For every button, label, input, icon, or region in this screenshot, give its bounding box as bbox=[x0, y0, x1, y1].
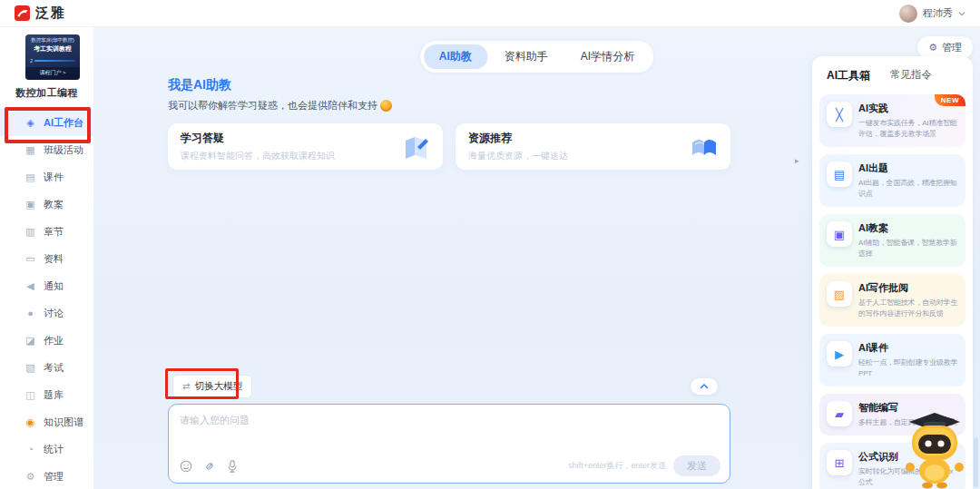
sidebar-item-class-activity[interactable]: ▦ 班级活动 bbox=[0, 136, 93, 163]
microphone-icon[interactable] bbox=[227, 460, 238, 473]
sidebar-item-label: 章节 bbox=[44, 225, 64, 239]
gear-icon: ⚙ bbox=[928, 43, 937, 53]
tool-ai-lesson-plan[interactable]: ▣ AI教案 AI辅助，智能备课，智慧教学新选择 bbox=[819, 214, 965, 267]
composer-cluster: ⇄ 切换大模型 bbox=[168, 375, 730, 484]
ai-lesson-plan-icon: ▣ bbox=[827, 221, 852, 247]
manage-icon: ⚙ bbox=[24, 472, 36, 482]
tab-ai-toolbox[interactable]: AI工具箱 bbox=[827, 68, 870, 83]
sidebar-item-knowledge-graph[interactable]: ◉ 知识图谱 bbox=[0, 408, 93, 435]
tool-body: AI写作批阅 基于人工智能技术，自动对学生的写作内容进行评分和反馈 bbox=[858, 281, 959, 319]
sidebar-item-notice[interactable]: ◀ 通知 bbox=[0, 272, 93, 299]
sidebar-item-label: 统计 bbox=[44, 443, 64, 456]
tool-body: AI出题 AI出题，全面高效，精准把握知识点 bbox=[858, 161, 959, 200]
tool-title: AI课件 bbox=[858, 341, 959, 355]
question-input[interactable] bbox=[180, 414, 719, 455]
sidebar-item-manage[interactable]: ⚙ 管理 bbox=[0, 463, 93, 489]
card-desc: 课程资料智能问答，高效获取课程知识 bbox=[181, 150, 335, 162]
tool-ai-question[interactable]: ▤ AI出题 AI出题，全面高效，精准把握知识点 bbox=[819, 154, 965, 207]
sidebar-item-exam[interactable]: ▧ 考试 bbox=[0, 354, 93, 381]
tool-title: AI写作批阅 bbox=[858, 281, 959, 295]
smart-writing-icon: ▰ bbox=[827, 401, 852, 426]
formula-recognition-icon: ⊞ bbox=[827, 450, 852, 475]
send-button[interactable]: 发送 bbox=[673, 455, 720, 476]
topbar: 泛雅 程沛秀 bbox=[0, 0, 980, 27]
composer-icons bbox=[180, 460, 238, 473]
statistics-icon: ◔ bbox=[24, 445, 36, 455]
main-area: AI助教 资料助手 AI学情分析 ⚙ 管理 我是AI助教 我可以帮你解答学习疑惑… bbox=[93, 27, 980, 489]
sidebar-item-materials[interactable]: ▭ 资料 bbox=[0, 245, 93, 272]
attachment-link-icon[interactable] bbox=[203, 460, 216, 473]
emoji-icon[interactable] bbox=[180, 460, 192, 473]
open-book-icon bbox=[691, 135, 718, 159]
greeting-title: 我是AI助教 bbox=[168, 77, 730, 93]
sidebar-item-homework[interactable]: ◪ 作业 bbox=[0, 327, 93, 354]
class-activity-icon: ▦ bbox=[24, 145, 36, 155]
card-title: 资源推荐 bbox=[468, 131, 568, 146]
tab-material-helper[interactable]: 资料助手 bbox=[489, 44, 564, 69]
sidebar-item-discussion[interactable]: ● 讨论 bbox=[0, 299, 93, 327]
tab-ai-assistant[interactable]: AI助教 bbox=[424, 44, 487, 69]
sidebar-item-label: 资料 bbox=[44, 252, 64, 266]
composer-toolbar: shift+enter换行，enter发送 发送 bbox=[180, 455, 720, 476]
switch-row: ⇄ 切换大模型 bbox=[172, 375, 718, 398]
card-learning-qa[interactable]: 学习答疑 课程资料智能问答，高效获取课程知识 bbox=[168, 123, 443, 170]
user-menu[interactable]: 程沛秀 bbox=[899, 5, 965, 23]
course-portal-link[interactable]: 课程门户 > bbox=[25, 67, 80, 80]
new-badge: NEW bbox=[935, 94, 965, 106]
fanya-logo-icon bbox=[15, 5, 30, 21]
courseware-icon: ▤ bbox=[24, 172, 36, 182]
tool-desc: 一键发布实践任务，AI精准智能评估，覆盖多元教学场景 bbox=[858, 118, 959, 140]
ai-question-icon: ▤ bbox=[827, 161, 852, 187]
panel-collapse-handle[interactable]: ▸ bbox=[795, 156, 799, 165]
tab-ai-learning-analysis[interactable]: AI学情分析 bbox=[565, 44, 650, 69]
materials-icon: ▭ bbox=[24, 254, 36, 264]
card-title: 学习答疑 bbox=[181, 131, 335, 146]
scrollbar-thumb[interactable] bbox=[974, 437, 978, 487]
course-progress-number: 2 bbox=[30, 58, 33, 64]
swap-arrows-icon: ⇄ bbox=[182, 382, 190, 391]
question-bank-icon: ◫ bbox=[24, 390, 36, 400]
robot-mascot[interactable] bbox=[902, 411, 967, 489]
app-name: 泛雅 bbox=[35, 5, 66, 22]
sidebar-item-label: 通知 bbox=[44, 279, 64, 293]
lesson-plan-icon: ▣ bbox=[24, 200, 36, 210]
course-cover[interactable]: 数控车床(华中数控) 考工实训教程 2 课程门户 > bbox=[25, 34, 80, 80]
card-resource-recommend[interactable]: 资源推荐 海量优质资源，一键送达 bbox=[456, 123, 730, 170]
assistant-tabbar: AI助教 资料助手 AI学情分析 bbox=[420, 41, 653, 73]
app-logo[interactable]: 泛雅 bbox=[15, 5, 66, 22]
sidebar-item-label: 教案 bbox=[44, 198, 64, 211]
ai-workbench-icon: ◈ bbox=[24, 118, 36, 128]
chevron-up-icon bbox=[700, 384, 709, 389]
course-sidebar: 数控车床(华中数控) 考工实训教程 2 课程门户 > 数控加工编程 ◈ AI工作… bbox=[0, 27, 93, 489]
collapse-button[interactable] bbox=[691, 378, 718, 395]
chapters-icon: ▥ bbox=[24, 227, 36, 237]
course-cover-line2: 考工实训教程 bbox=[27, 44, 78, 54]
tool-desc: AI出题，全面高效，精准把握知识点 bbox=[858, 178, 959, 200]
course-progress-bar bbox=[34, 60, 75, 62]
tool-desc: 基于人工智能技术，自动对学生的写作内容进行评分和反馈 bbox=[858, 298, 959, 319]
card-learning-qa-texts: 学习答疑 课程资料智能问答，高效获取课程知识 bbox=[181, 131, 335, 162]
tab-common-commands[interactable]: 常见指令 bbox=[890, 68, 932, 83]
tool-ai-writing-review[interactable]: ▨ AI写作批阅 基于人工智能技术，自动对学生的写作内容进行评分和反馈 bbox=[819, 274, 965, 327]
sidebar-item-label: 题库 bbox=[44, 388, 64, 402]
tool-body: AI实践 一键发布实践任务，AI精准智能评估，覆盖多元教学场景 bbox=[858, 102, 959, 140]
tool-ai-practice[interactable]: ╳ AI实践 一键发布实践任务，AI精准智能评估，覆盖多元教学场景 NEW bbox=[819, 94, 965, 147]
sidebar-item-courseware[interactable]: ▤ 课件 bbox=[0, 163, 93, 191]
message-composer: shift+enter换行，enter发送 发送 bbox=[168, 404, 730, 484]
sidebar-item-lesson-plan[interactable]: ▣ 教案 bbox=[0, 191, 93, 218]
ai-courseware-icon: ▶ bbox=[827, 341, 852, 367]
sidebar-menu: ◈ AI工作台 ▦ 班级活动 ▤ 课件 ▣ 教案 ▥ 章节 ▭ 资料 ◀ 通知 … bbox=[0, 109, 93, 489]
sidebar-item-question-bank[interactable]: ◫ 题库 bbox=[0, 381, 93, 408]
switch-model-button[interactable]: ⇄ 切换大模型 bbox=[172, 375, 252, 398]
tool-ai-courseware[interactable]: ▶ AI课件 轻松一点，即刻创建专业级教学PPT bbox=[819, 334, 965, 386]
chevron-down-icon bbox=[958, 10, 965, 17]
user-avatar bbox=[899, 5, 917, 23]
tool-desc: AI辅助，智能备课，智慧教学新选择 bbox=[858, 238, 959, 259]
sidebar-item-ai-workbench[interactable]: ◈ AI工作台 bbox=[0, 109, 93, 136]
sidebar-item-statistics[interactable]: ◔ 统计 bbox=[0, 435, 93, 463]
course-name: 数控加工编程 bbox=[0, 86, 93, 100]
course-progress: 2 bbox=[25, 58, 80, 64]
hug-face-emoji bbox=[380, 100, 392, 112]
tool-body: AI教案 AI辅助，智能备课，智慧教学新选择 bbox=[858, 221, 959, 259]
sidebar-item-chapters[interactable]: ▥ 章节 bbox=[0, 218, 93, 245]
